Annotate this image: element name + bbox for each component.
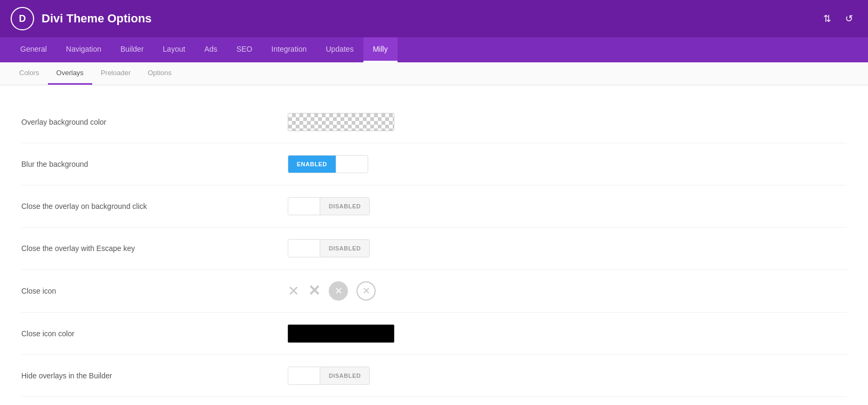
nav-item-layout[interactable]: Layout [153, 37, 195, 62]
close-escape-toggle[interactable]: DISABLED [288, 239, 370, 257]
setting-label-close-icon-color: Close icon color [21, 329, 288, 338]
setting-control-overlay-bg-color [288, 113, 394, 131]
nav-item-seo[interactable]: SEO [227, 37, 262, 62]
hide-overlays-toggle[interactable]: DISABLED [288, 367, 370, 385]
hide-overlays-disabled-label[interactable]: DISABLED [320, 367, 369, 384]
setting-label-overlay-bg-color: Overlay background color [21, 118, 288, 126]
setting-control-close-escape-key: DISABLED [288, 239, 370, 257]
close-icon-circle-filled[interactable]: ✕ [329, 281, 348, 301]
subnav-item-options[interactable]: Options [139, 62, 180, 85]
nav-item-general[interactable]: General [11, 37, 56, 62]
logo: D [11, 7, 34, 30]
setting-control-blur-background: ENABLED [288, 155, 368, 173]
close-icon-circle-outline-x: ✕ [362, 285, 370, 297]
setting-label-close-icon: Close icon [21, 287, 288, 295]
blur-enabled-label[interactable]: ENABLED [288, 156, 336, 173]
setting-control-close-icon-color [288, 325, 394, 343]
setting-label-hide-overlays-builder: Hide overlays in the Builder [21, 371, 288, 380]
reset-icon: ↺ [845, 13, 853, 24]
sub-nav: Colors Overlays Preloader Options [0, 62, 868, 85]
subnav-item-preloader[interactable]: Preloader [92, 62, 139, 85]
setting-control-close-icon: ✕ ✕ ✕ ✕ [288, 281, 376, 301]
setting-row-close-escape-key: Close the overlay with Escape key DISABL… [21, 228, 847, 270]
setting-label-close-on-bg-click: Close the overlay on background click [21, 202, 288, 210]
close-escape-input[interactable] [288, 240, 320, 257]
overlay-bg-color-swatch[interactable] [288, 113, 394, 131]
nav-item-navigation[interactable]: Navigation [56, 37, 111, 62]
nav-item-updates[interactable]: Updates [316, 37, 363, 62]
nav-item-ads[interactable]: Ads [195, 37, 227, 62]
close-icon-plain-bold[interactable]: ✕ [308, 284, 320, 298]
sort-button[interactable]: ⇅ [819, 11, 835, 27]
setting-row-overlay-bg-color: Overlay background color [21, 101, 847, 143]
nav-item-integration[interactable]: Integration [262, 37, 316, 62]
setting-label-close-escape-key: Close the overlay with Escape key [21, 244, 288, 253]
sort-icon: ⇅ [823, 13, 831, 24]
setting-row-close-icon: Close icon ✕ ✕ ✕ ✕ [21, 270, 847, 313]
setting-label-blur-background: Blur the background [21, 160, 288, 168]
hide-overlays-input[interactable] [288, 367, 320, 384]
main-nav: General Navigation Builder Layout Ads SE… [0, 37, 868, 62]
close-icon-circle-outline[interactable]: ✕ [356, 281, 376, 301]
close-icon-circle-filled-x: ✕ [335, 285, 343, 297]
logo-letter: D [19, 13, 26, 25]
close-icon-color-swatch[interactable] [288, 325, 394, 343]
setting-control-close-on-bg-click: DISABLED [288, 197, 370, 215]
content-area: Overlay background color Blur the backgr… [0, 85, 868, 405]
setting-row-hide-overlays-builder: Hide overlays in the Builder DISABLED [21, 355, 847, 397]
close-escape-disabled-label[interactable]: DISABLED [320, 240, 369, 257]
header: D Divi Theme Options ⇅ ↺ [0, 0, 868, 37]
header-actions: ⇅ ↺ [819, 11, 857, 27]
subnav-item-overlays[interactable]: Overlays [48, 62, 92, 85]
setting-row-close-on-bg-click: Close the overlay on background click DI… [21, 185, 847, 228]
blur-background-toggle[interactable]: ENABLED [288, 155, 368, 173]
close-on-bg-disabled-label[interactable]: DISABLED [320, 198, 369, 215]
close-icon-plain-thin[interactable]: ✕ [288, 284, 299, 298]
setting-control-hide-overlays-builder: DISABLED [288, 367, 370, 385]
app-title: Divi Theme Options [42, 12, 152, 26]
nav-item-milly[interactable]: Milly [363, 37, 398, 62]
reset-button[interactable]: ↺ [841, 11, 857, 27]
close-on-bg-toggle[interactable]: DISABLED [288, 197, 370, 215]
close-on-bg-input[interactable] [288, 198, 320, 215]
setting-row-blur-background: Blur the background ENABLED [21, 143, 847, 185]
setting-row-close-icon-color: Close icon color [21, 313, 847, 355]
subnav-item-colors[interactable]: Colors [11, 62, 48, 85]
blur-background-input[interactable] [336, 156, 368, 173]
nav-item-builder[interactable]: Builder [111, 37, 153, 62]
